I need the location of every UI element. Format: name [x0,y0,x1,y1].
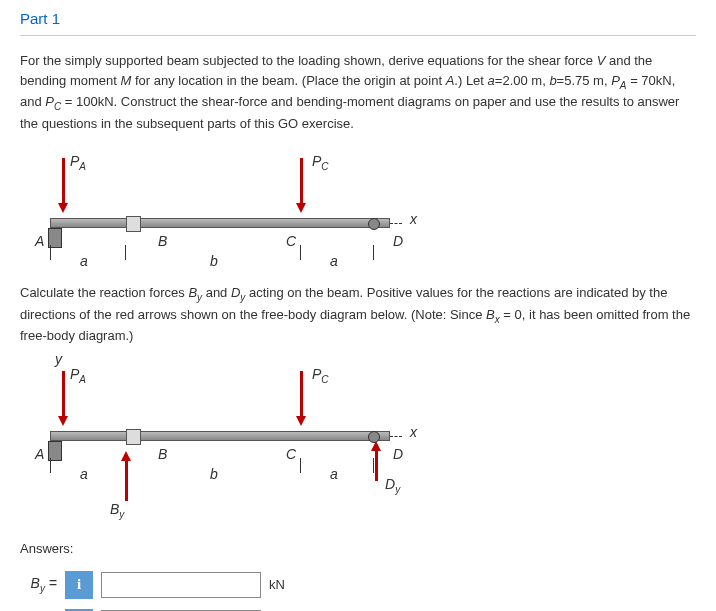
info-button-By[interactable]: i [65,571,93,599]
label-Dy: Dy [385,476,400,495]
label-x: x [410,211,417,227]
label-PA: PA [70,153,86,172]
label-D-2: D [393,446,403,462]
label-y: y [55,351,62,367]
pin-D [368,218,380,230]
beam-diagram-1: PA PC A B C D x a b a [40,143,440,273]
label-C: C [286,233,296,249]
answers-heading: Answers: [20,541,696,556]
dim-b-2: b [210,466,218,482]
label-C-2: C [286,446,296,462]
dim-a1: a [80,253,88,269]
dim-a2-2: a [330,466,338,482]
calculation-instruction: Calculate the reaction forces By and Dy … [20,283,696,346]
answer-input-By[interactable] [101,572,261,598]
unit-By: kN [269,577,285,592]
part-header: Part 1 [20,10,696,36]
dim-b: b [210,253,218,269]
answer-row-By: By = i kN [20,571,696,599]
problem-statement: For the simply supported beam subjected … [20,51,696,133]
label-D: D [393,233,403,249]
label-A: A [35,233,44,249]
label-PC: PC [312,153,329,172]
label-B-2: B [158,446,167,462]
dim-a1-2: a [80,466,88,482]
label-x-2: x [410,424,417,440]
x-axis-dash-2 [390,436,402,437]
beam-diagram-2: y PA PC A B C D x a b a By Dy [40,356,440,521]
answer-label-By: By = [20,575,65,594]
beam [50,218,390,228]
dim-a2: a [330,253,338,269]
beam-2 [50,431,390,441]
x-axis-dash [390,223,402,224]
label-PA-2: PA [70,366,86,385]
label-B: B [158,233,167,249]
label-By: By [110,501,124,520]
label-PC-2: PC [312,366,329,385]
label-A-2: A [35,446,44,462]
